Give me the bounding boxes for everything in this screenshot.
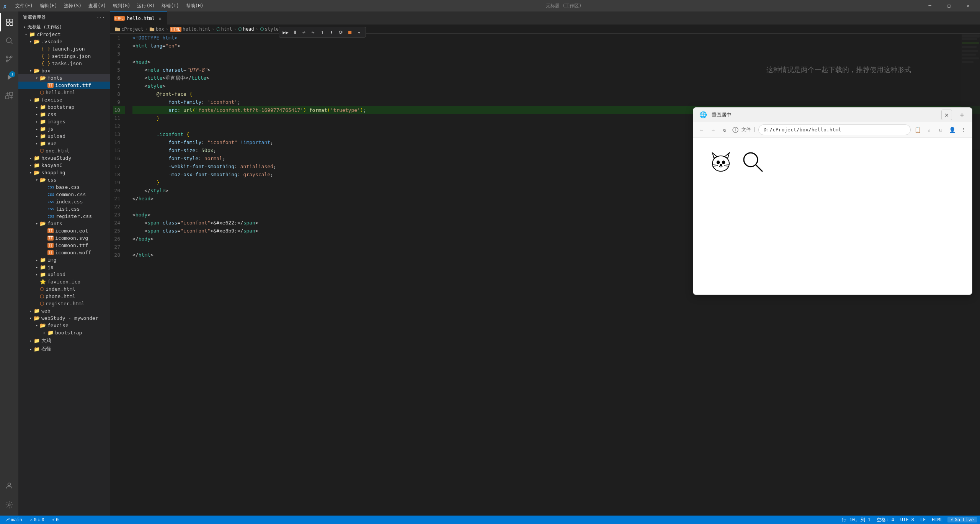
sidebar-item-icomoon-svg[interactable]: TT icomoon.svg: [18, 234, 110, 242]
status-position[interactable]: 行 10, 列 1: [840, 517, 872, 523]
breadcrumb-box[interactable]: box: [149, 26, 164, 32]
activity-extensions[interactable]: [0, 87, 18, 105]
sidebar-item-fexcise2[interactable]: ▾ 📂 fexcise: [18, 322, 110, 329]
sidebar-item-list-css[interactable]: css list.css: [18, 205, 110, 213]
debug-step-up[interactable]: ⬆: [318, 28, 327, 36]
browser-star-icon[interactable]: ☆: [924, 125, 934, 134]
breadcrumb-style[interactable]: ⬡ style: [260, 26, 279, 32]
sidebar-item-js[interactable]: ▸ 📁 js: [18, 125, 110, 133]
browser-url-bar[interactable]: D:/cProject/box/hello.html: [758, 124, 911, 135]
browser-back[interactable]: ←: [697, 125, 706, 134]
sidebar-item-shopping-fonts[interactable]: ▾ 📂 fonts: [18, 220, 110, 227]
sidebar-item-index-css[interactable]: css index.css: [18, 198, 110, 205]
sidebar-item-launch-json[interactable]: { } launch.json: [18, 45, 110, 52]
menu-file[interactable]: 文件(F): [12, 2, 36, 10]
sidebar-item-settings-json[interactable]: { } settings.json: [18, 52, 110, 60]
debug-step-down[interactable]: ⬇: [327, 28, 336, 36]
browser-new-tab[interactable]: ✕: [941, 110, 952, 120]
sidebar-item-fonts[interactable]: ▾ 📂 fonts: [18, 74, 110, 82]
activity-source-control[interactable]: [0, 50, 18, 68]
debug-step-over[interactable]: ↩: [300, 28, 308, 36]
sidebar-item-tasks-json[interactable]: { } tasks.json: [18, 60, 110, 67]
sidebar-item-favicon[interactable]: ⭐ favicon.ico: [18, 278, 110, 285]
debug-continue[interactable]: ▶▶: [281, 28, 290, 36]
browser-profile-icon[interactable]: 👤: [947, 125, 957, 134]
status-branch[interactable]: ⎇ main: [3, 517, 24, 522]
tab-hello-html[interactable]: HTML hello.html ✕: [110, 11, 167, 25]
activity-settings[interactable]: [0, 496, 18, 514]
sidebar-item-shopping-css[interactable]: ▾ 📂 css: [18, 176, 110, 183]
sidebar-item-base-css[interactable]: css base.css: [18, 183, 110, 191]
debug-step-into[interactable]: ↪: [309, 28, 317, 36]
menu-run[interactable]: 运行(R): [134, 2, 158, 10]
sidebar-item-cproject[interactable]: ▾ 📁 cProject: [18, 31, 110, 38]
activity-debug[interactable]: 1: [0, 68, 18, 87]
browser-menu-icon[interactable]: ⋮: [959, 125, 968, 134]
sidebar-item-kaoyanc[interactable]: ▸ 📁 kaoyanC: [18, 162, 110, 169]
menu-terminal[interactable]: 终端(T): [158, 2, 182, 10]
sidebar-item-images[interactable]: ▸ 📁 images: [18, 118, 110, 125]
sidebar-item-vscode[interactable]: ▾ 📂 .vscode: [18, 38, 110, 45]
sidebar-item-common-css[interactable]: css common.css: [18, 191, 110, 198]
sidebar-item-js2[interactable]: ▸ 📁 js: [18, 264, 110, 271]
sidebar-item-box[interactable]: ▾ 📂 box: [18, 67, 110, 74]
sidebar-item-vue[interactable]: ▸ 📁 Vue: [18, 140, 110, 147]
sidebar-item-register-css[interactable]: css register.css: [18, 213, 110, 220]
breadcrumb-html-tag[interactable]: ⬡ html: [216, 26, 232, 32]
menu-help[interactable]: 帮助(H): [183, 2, 207, 10]
activity-account[interactable]: [0, 477, 18, 495]
sidebar-item-icomoon-woff[interactable]: TT icomoon.woff: [18, 249, 110, 256]
browser-share-icon[interactable]: 📋: [913, 125, 922, 134]
sidebar-item-webstudy[interactable]: ▾ 📂 webStudy · mywonder: [18, 314, 110, 322]
status-golive[interactable]: ⚡ Go Live: [947, 517, 977, 522]
title-search[interactable]: 无标题 (工作区): [207, 3, 921, 9]
sidebar-item-hxvuestudy[interactable]: ▸ 📁 hxvueStudy: [18, 154, 110, 162]
tab-close-button[interactable]: ✕: [157, 15, 163, 21]
status-eol[interactable]: LF: [919, 517, 927, 522]
sidebar-item-iconfont-ttf[interactable]: TT iconfont.ttf: [18, 82, 110, 89]
browser-refresh[interactable]: ↻: [720, 125, 729, 134]
sidebar-item-upload[interactable]: ▸ 📁 upload: [18, 133, 110, 140]
debug-pause[interactable]: ⏸: [291, 28, 299, 36]
breadcrumb-file[interactable]: HTML hello.html: [170, 26, 210, 32]
sidebar-more-options[interactable]: ···: [96, 15, 105, 20]
sidebar-item-shopping[interactable]: ▾ 📂 shopping: [18, 169, 110, 176]
sidebar-workspace[interactable]: ▾ 无标题 (工作区): [18, 23, 110, 31]
breadcrumb-cproject[interactable]: cProject: [115, 26, 144, 32]
sidebar-item-css[interactable]: ▸ 📁 css: [18, 111, 110, 118]
menu-goto[interactable]: 转到(G): [110, 2, 134, 10]
browser-forward[interactable]: →: [709, 125, 718, 134]
debug-stop[interactable]: ⏹: [346, 28, 354, 36]
menu-select[interactable]: 选择(S): [61, 2, 85, 10]
browser-add-tab[interactable]: +: [957, 110, 967, 120]
menu-view[interactable]: 查看(V): [85, 2, 109, 10]
sidebar-item-icomoon-ttf[interactable]: TT icomoon.ttf: [18, 242, 110, 249]
breadcrumb-head[interactable]: ⬡ head: [238, 26, 254, 32]
sidebar-item-upload2[interactable]: ▸ 📁 upload: [18, 271, 110, 278]
menu-edit[interactable]: 编辑(E): [37, 2, 60, 10]
sidebar-item-index-html[interactable]: ⬡ index.html: [18, 285, 110, 293]
sidebar-item-web[interactable]: ▸ 📁 web: [18, 307, 110, 314]
status-encoding[interactable]: UTF-8: [899, 517, 916, 522]
sidebar-item-fexcise[interactable]: ▸ 📁 fexcise: [18, 96, 110, 103]
activity-search[interactable]: [0, 31, 18, 50]
sidebar-item-register-html[interactable]: ⬡ register.html: [18, 300, 110, 307]
close-button[interactable]: ✕: [959, 0, 977, 11]
sidebar-item-img[interactable]: ▸ 📁 img: [18, 256, 110, 264]
sidebar-item-phone-html[interactable]: ⬡ phone.html: [18, 293, 110, 300]
sidebar-item-dabao[interactable]: ▸ 📁 大鸡: [18, 336, 110, 345]
browser-sidebar-icon[interactable]: ⊟: [936, 125, 945, 134]
maximize-button[interactable]: □: [940, 0, 958, 11]
status-language[interactable]: HTML: [930, 517, 944, 522]
sidebar-item-one-html[interactable]: ⬡ one.html: [18, 147, 110, 154]
debug-more[interactable]: ▾: [355, 28, 363, 36]
status-indent[interactable]: 空格: 4: [875, 517, 896, 523]
sidebar-item-bootstrap[interactable]: ▸ 📁 bootstrap: [18, 103, 110, 111]
sidebar-item-bootstrap2[interactable]: ▸ 📁 bootstrap: [18, 329, 110, 336]
minimize-button[interactable]: ─: [921, 0, 939, 11]
sidebar-item-shiguai[interactable]: ▸ 📁 石怪: [18, 345, 110, 353]
debug-restart[interactable]: ⟳: [336, 28, 345, 36]
status-errors[interactable]: ⚠ 0 ⚐ 0: [28, 517, 46, 522]
sidebar-item-hello-html[interactable]: ⬡ hello.html: [18, 89, 110, 96]
activity-explorer[interactable]: [0, 13, 18, 31]
